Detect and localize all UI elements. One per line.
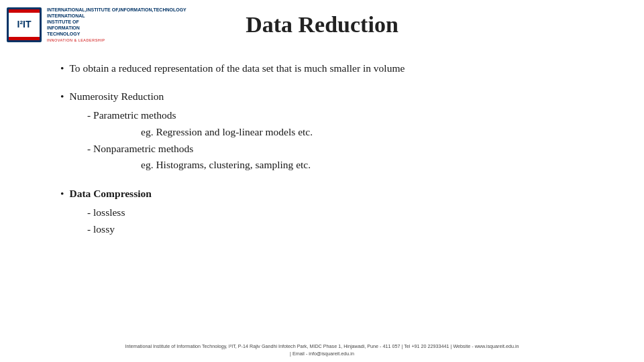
bullet-dot-1: • (60, 60, 64, 76)
sub-line-lossy: - lossy (87, 221, 604, 238)
indent-line-regression: eg. Regression and log-linear models etc… (141, 124, 604, 141)
bullet-section-2: • Numerosity Reduction - Parametric meth… (60, 88, 604, 174)
sub-line-parametric: - Parametric methods (87, 107, 604, 124)
indent-line-histograms: eg. Histograms, clustering, sampling etc… (141, 157, 604, 174)
bullet-text-1: To obtain a reduced representation of th… (69, 60, 405, 76)
sub-content-3: - lossless - lossy (87, 204, 604, 238)
bullet-text-3-bold: Data Compression (69, 188, 151, 199)
sub-line-lossless: - lossless (87, 204, 604, 221)
footer: International Institute of Information T… (0, 343, 644, 358)
footer-line2: | Email - info@isquareit.edu.in (13, 351, 631, 358)
bullet-section-3: • Data Compression - lossless - lossy (60, 186, 604, 238)
footer-line1: International Institute of Information T… (13, 343, 631, 351)
content-area: • To obtain a reduced representation of … (60, 60, 604, 328)
bullet-dot-3: • (60, 186, 64, 202)
bullet-text-3: Data Compression (69, 186, 151, 202)
page-title: Data Reduction (0, 12, 644, 38)
bullet-section-1: • To obtain a reduced representation of … (60, 60, 604, 76)
bullet-text-2: Numerosity Reduction (69, 88, 164, 105)
tagline: INNOVATION & LEADERSHIP (47, 38, 186, 42)
bullet-dot-2: • (60, 88, 64, 105)
sub-line-nonparametric: - Nonparametric methods (87, 141, 604, 158)
sub-content-2: - Parametric methods eg. Regression and … (87, 107, 604, 174)
